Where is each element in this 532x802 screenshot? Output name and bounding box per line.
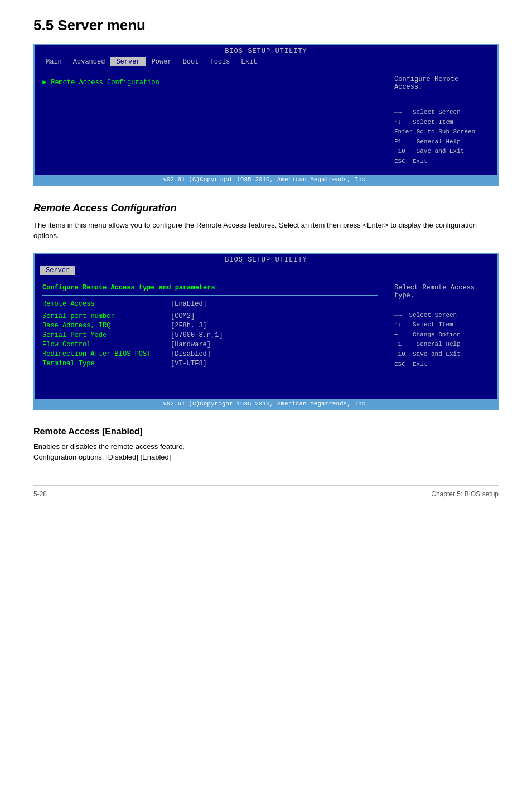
bios-footer-1: v02.61 (C)Copyright 1985-2010, American … [35,175,497,185]
bios-arrow-icon: ► [42,79,46,86]
bios-key-esc: ESC Exit [394,157,490,167]
bios2-value-base-addr: [2F8h, 3] [171,322,207,330]
bios-key-f10: F10 Save and Exit [394,147,490,157]
bios-help-keys-1: ←→ Select Screen ↑↓ Select Item Enter Go… [394,108,490,167]
bios2-side-panel: Select Remote Access type. ←→ Select Scr… [386,278,497,397]
bios2-label-flow-control: Flow Control [42,341,171,349]
bios2-label-serial-port: Serial port number [42,312,171,320]
bios-screen-2: BIOS SETUP UTILITY Server Configure Remo… [33,253,499,410]
bios2-value-serial-port: [COM2] [171,312,195,320]
bios2-side-help-title: Select Remote Access type. [394,284,490,299]
bios2-row-remote-access: Remote Access [Enabled] [42,300,378,308]
bios2-key-f1: F1 General Help [394,340,490,350]
page-footer: 5-28 Chapter 5: BIOS setup [33,485,499,498]
bios2-value-remote-access: [Enabled] [171,300,207,308]
bios2-key-select-item: ↑↓ Select Item [394,320,490,330]
bios2-value-redirection: [Disabled] [171,350,211,358]
bios2-label-terminal-type: Terminal Type [42,360,171,368]
bios2-key-change-option: +- Change Option [394,330,490,340]
bios-menu-main[interactable]: Main [40,57,67,66]
bios2-key-esc: ESC Exit [394,360,490,370]
bios-key-enter: Enter Go to Sub Screen [394,127,490,137]
footer-page-number: 5-28 [33,490,47,498]
bios-menu-advanced[interactable]: Advanced [67,57,111,66]
bios2-help-keys: ←→ Select Screen ↑↓ Select Item +- Chang… [394,311,490,370]
bios2-label-remote-access: Remote Access [42,300,171,308]
bios-menu-server[interactable]: Server [110,57,146,66]
bios2-section-title: Configure Remote Access type and paramet… [42,284,378,292]
bios-menu-bar-1: Main Advanced Server Power Boot Tools Ex… [35,56,497,67]
bios-side-panel-1: Configure Remote Access. ←→ Select Scree… [386,70,497,172]
section2-body: Enables or disables the remote access fe… [33,441,499,463]
bios2-label-serial-mode: Serial Port Mode [42,331,171,339]
bios2-value-serial-mode: [57600 8,n,1] [171,331,223,339]
bios2-row-base-addr: Base Address, IRQ [2F8h, 3] [42,322,378,330]
bios-remote-access-entry[interactable]: ► Remote Access Configuration [42,79,378,86]
page-title: 5.5 Server menu [33,17,499,34]
bios2-key-f10: F10 Save and Exit [394,350,490,360]
section2-heading: Remote Access [Enabled] [33,427,499,437]
section2-body-line1: Enables or disables the remote access fe… [33,441,499,452]
bios-key-select-item: ↑↓ Select Item [394,118,490,128]
bios-menu-boot[interactable]: Boot [177,57,205,66]
bios2-label-redirection: Redirection After BIOS POST [42,350,171,358]
bios-key-select-screen: ←→ Select Screen [394,108,490,118]
bios2-row-serial-port: Serial port number [COM2] [42,312,378,320]
bios-body-1: ► Remote Access Configuration Configure … [35,67,497,175]
bios-footer-2: v02.61 (C)Copyright 1985-2010, American … [35,399,497,409]
bios2-value-flow-control: [Hardware] [171,341,211,349]
bios-screen-1: BIOS SETUP UTILITY Main Advanced Server … [33,44,499,186]
bios-menu-bar-2: Server [35,265,497,276]
section2-body-line2: Configuration options: [Disabled] [Enabl… [33,452,499,463]
bios2-key-select-screen: ←→ Select Screen [394,311,490,321]
bios2-row-serial-mode: Serial Port Mode [57600 8,n,1] [42,331,378,339]
bios-main-panel-1: ► Remote Access Configuration [35,70,386,172]
bios-menu-power[interactable]: Power [146,57,177,66]
bios2-value-terminal-type: [VT-UTF8] [171,360,207,368]
bios-menu-tools[interactable]: Tools [204,57,235,66]
bios2-row-redirection: Redirection After BIOS POST [Disabled] [42,350,378,358]
section1-body: The items in this menu allows you to con… [33,220,499,241]
bios2-main-panel: Configure Remote Access type and paramet… [35,278,386,397]
bios2-menu-server[interactable]: Server [40,266,75,275]
bios-side-help-title-1: Configure Remote Access. [394,75,490,91]
footer-chapter: Chapter 5: BIOS setup [431,490,499,498]
bios-key-f1: F1 General Help [394,137,490,147]
bios2-row-terminal-type: Terminal Type [VT-UTF8] [42,360,378,368]
bios-title-bar-2: BIOS SETUP UTILITY [35,254,497,265]
bios2-row-flow-control: Flow Control [Hardware] [42,341,378,349]
bios-menu-exit[interactable]: Exit [235,57,263,66]
section1-heading: Remote Access Configuration [33,202,499,214]
bios-remote-access-label: Remote Access Configuration [51,79,159,86]
bios-title-bar-1: BIOS SETUP UTILITY [35,45,497,56]
bios2-divider [42,295,378,296]
bios2-body: Configure Remote Access type and paramet… [35,276,497,399]
bios2-label-base-addr: Base Address, IRQ [42,322,171,330]
